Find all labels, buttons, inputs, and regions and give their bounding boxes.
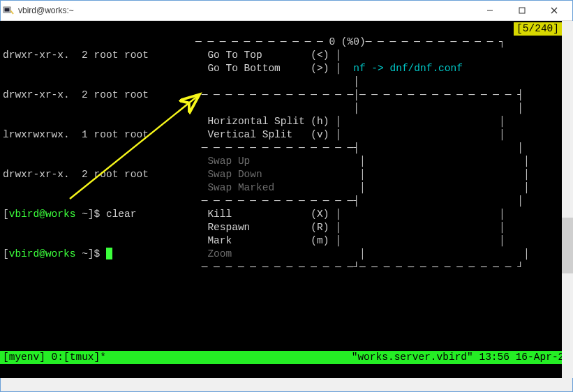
menu-swap-up: Swap Up (207, 156, 250, 167)
scroll-thumb[interactable] (562, 218, 573, 273)
menu-mark[interactable]: Mark (m) (207, 235, 329, 246)
menu-goto-bottom[interactable]: Go To Bottom (>) (207, 63, 329, 74)
menu-respawn[interactable]: Respawn (R) (207, 222, 329, 233)
status-right: "works.server.vbird" 13:56 16-Apr-24 (352, 351, 570, 364)
scrollbar[interactable] (562, 21, 573, 378)
menu-kill[interactable]: Kill (X) (207, 209, 329, 220)
cursor (106, 248, 112, 259)
menu-hsplit[interactable]: Horizontal Split (h) (207, 116, 329, 127)
maximize-button[interactable] (506, 0, 538, 21)
minimize-button[interactable] (474, 0, 506, 21)
tmux-context-menu: ─ ─ ─ ─ ─ ─ ─ ─ ─ ─ ─ 0 (%0)─ ─ ─ ─ ─ ─ … (195, 22, 558, 287)
window-title: vbird@works:~ (18, 6, 474, 15)
app-icon (3, 5, 14, 16)
menu-goto-top[interactable]: Go To Top (<) (207, 50, 329, 61)
svg-line-2 (10, 10, 13, 14)
close-button[interactable] (538, 0, 570, 21)
window-titlebar[interactable]: vbird@works:~ (0, 0, 573, 21)
window-buttons (474, 0, 570, 21)
tmux-status-bar: [myenv] 0:[tmux]* "works.server.vbird" 1… (0, 351, 573, 364)
menu-zoom: Zoom (207, 248, 232, 259)
svg-rect-4 (519, 8, 525, 13)
symlink-target: nf -> dnf/dnf.conf (353, 63, 463, 74)
menu-swap-down: Swap Down (207, 169, 262, 180)
status-session: [myenv] 0:[tmux]* (3, 351, 106, 364)
menu-vsplit[interactable]: Vertical Split (v) (207, 129, 329, 140)
menu-swap-marked: Swap Marked (207, 182, 274, 193)
terminal-area[interactable]: [5/240] drwxr-xr-x. 2 root root drwxr-xr… (0, 21, 573, 378)
svg-rect-1 (5, 8, 10, 11)
